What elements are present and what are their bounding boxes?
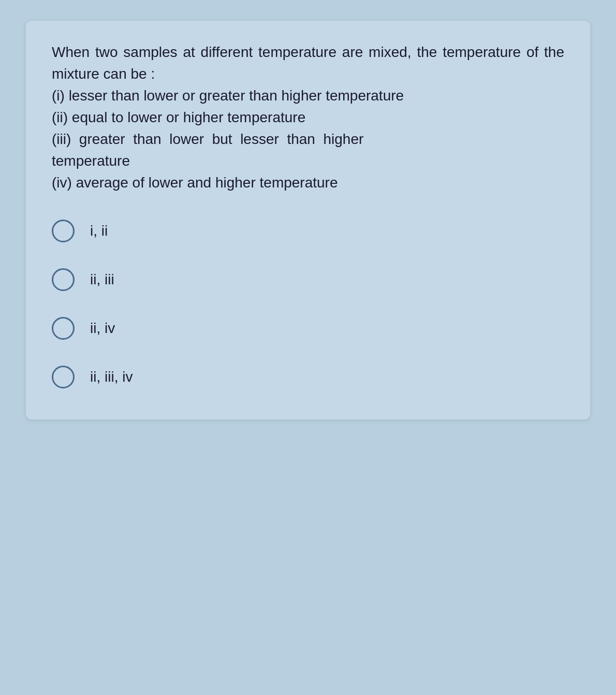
option-item-4[interactable]: ii, iii, iv <box>52 366 564 388</box>
option-label-2: ii, iii <box>90 271 114 288</box>
question-card: When two samples at different temperatur… <box>26 21 590 419</box>
option-label-4: ii, iii, iv <box>90 369 133 385</box>
option-item-1[interactable]: i, ii <box>52 220 564 242</box>
options-list: i, ii ii, iii ii, iv ii, iii, iv <box>52 220 564 388</box>
option-item-3[interactable]: ii, iv <box>52 317 564 340</box>
question-text: When two samples at different temperatur… <box>52 41 564 194</box>
option-label-1: i, ii <box>90 223 108 239</box>
radio-button-2[interactable] <box>52 268 75 291</box>
radio-button-3[interactable] <box>52 317 75 340</box>
option-label-3: ii, iv <box>90 320 115 337</box>
option-item-2[interactable]: ii, iii <box>52 268 564 291</box>
radio-button-1[interactable] <box>52 220 75 242</box>
radio-button-4[interactable] <box>52 366 75 388</box>
